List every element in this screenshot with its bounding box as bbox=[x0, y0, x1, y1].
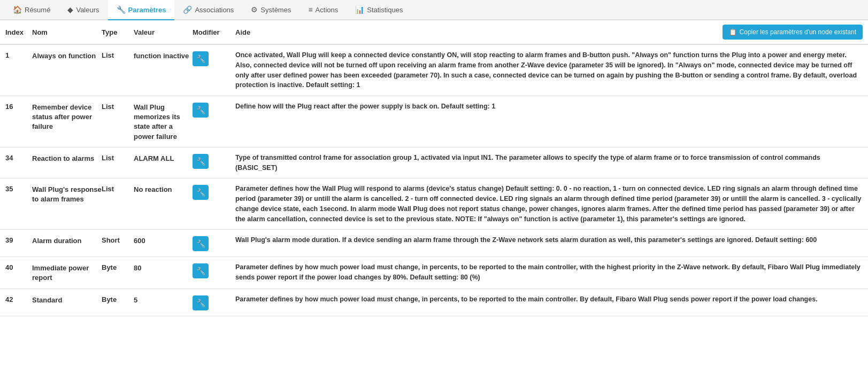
cell-nom: Alarm duration bbox=[32, 235, 102, 246]
cell-aide: Type of transmitted control frame for as… bbox=[235, 153, 863, 173]
cell-aide: Wall Plug's alarm mode duration. If a de… bbox=[235, 235, 863, 245]
valeurs-icon: ◆ bbox=[67, 5, 73, 14]
tab-parametres-label: Paramètres bbox=[128, 6, 166, 14]
cell-index: 39 bbox=[5, 235, 32, 244]
cell-type: List bbox=[102, 102, 134, 111]
tab-associations[interactable]: 🔗 Associations bbox=[174, 0, 242, 20]
header-aide: Aide bbox=[235, 28, 723, 36]
tab-valeurs-label: Valeurs bbox=[76, 6, 99, 14]
table-row: 42 Standard Byte 5 🔧 Parameter defines b… bbox=[0, 289, 868, 316]
header-valeur: Valeur bbox=[134, 28, 193, 36]
cell-index: 1 bbox=[5, 50, 32, 59]
cell-nom: Immediate power report bbox=[32, 262, 102, 283]
modify-button[interactable]: 🔧 bbox=[193, 263, 209, 278]
table-row: 40 Immediate power report Byte 80 🔧 Para… bbox=[0, 257, 868, 289]
modify-button[interactable]: 🔧 bbox=[193, 295, 209, 310]
tab-parametres[interactable]: 🔧 Paramètres bbox=[108, 0, 175, 20]
table-row: 39 Alarm duration Short 600 🔧 Wall Plug'… bbox=[0, 230, 868, 257]
cell-modifier: 🔧 bbox=[193, 294, 235, 310]
table-row: 34 Reaction to alarms List ALARM ALL 🔧 T… bbox=[0, 147, 868, 179]
cell-nom: Remember device status after power failu… bbox=[32, 102, 102, 132]
tab-associations-label: Associations bbox=[195, 6, 234, 14]
systemes-icon: ⚙ bbox=[251, 5, 258, 14]
tab-statistiques-label: Statistiques bbox=[367, 6, 403, 14]
modify-button[interactable]: 🔧 bbox=[193, 154, 209, 169]
resume-icon: 🏠 bbox=[13, 5, 22, 14]
cell-index: 35 bbox=[5, 184, 32, 193]
copy-button-label: Copier les paramètres d'un node existant bbox=[740, 28, 856, 36]
cell-nom: Wall Plug's response to alarm frames bbox=[32, 184, 102, 204]
cell-aide: Parameter defines how the Wall Plug will… bbox=[235, 184, 863, 224]
header-copy-area: 📋 Copier les paramètres d'un node exista… bbox=[723, 25, 863, 40]
cell-modifier: 🔧 bbox=[193, 262, 235, 278]
cell-index: 16 bbox=[5, 102, 32, 111]
cell-aide: Parameter defines by how much power load… bbox=[235, 262, 863, 283]
cell-index: 42 bbox=[5, 294, 32, 303]
cell-index: 40 bbox=[5, 262, 32, 271]
cell-valeur: 600 bbox=[134, 235, 193, 246]
modify-button[interactable]: 🔧 bbox=[193, 185, 209, 200]
header-modifier: Modifier bbox=[193, 28, 235, 36]
cell-type: List bbox=[102, 153, 134, 162]
cell-type: Short bbox=[102, 235, 134, 244]
cell-type: Byte bbox=[102, 294, 134, 303]
cell-nom: Always on function bbox=[32, 50, 102, 61]
tab-resume[interactable]: 🏠 Résumé bbox=[4, 0, 59, 20]
tab-actions[interactable]: ≡ Actions bbox=[299, 0, 347, 20]
tab-bar: 🏠 Résumé ◆ Valeurs 🔧 Paramètres 🔗 Associ… bbox=[0, 0, 868, 20]
cell-valeur: No reaction bbox=[134, 184, 193, 194]
cell-modifier: 🔧 bbox=[193, 102, 235, 118]
table-row: 1 Always on function List function inact… bbox=[0, 45, 868, 96]
tab-systemes-label: Systèmes bbox=[260, 6, 291, 14]
statistiques-icon: 📊 bbox=[355, 5, 364, 14]
cell-nom: Standard bbox=[32, 294, 102, 305]
copy-icon: 📋 bbox=[729, 28, 737, 36]
actions-icon: ≡ bbox=[308, 5, 312, 14]
table-body: 1 Always on function List function inact… bbox=[0, 45, 868, 316]
copy-params-button[interactable]: 📋 Copier les paramètres d'un node exista… bbox=[723, 25, 863, 40]
parametres-icon: 🔧 bbox=[117, 5, 126, 14]
cell-type: List bbox=[102, 184, 134, 193]
table-row: 16 Remember device status after power fa… bbox=[0, 96, 868, 147]
modify-button[interactable]: 🔧 bbox=[193, 236, 209, 251]
cell-modifier: 🔧 bbox=[193, 184, 235, 200]
modify-button[interactable]: 🔧 bbox=[193, 51, 209, 66]
tab-valeurs[interactable]: ◆ Valeurs bbox=[59, 0, 107, 20]
cell-valeur: 80 bbox=[134, 262, 193, 273]
associations-icon: 🔗 bbox=[183, 5, 192, 14]
tab-statistiques[interactable]: 📊 Statistiques bbox=[347, 0, 411, 20]
cell-valeur: function inactive bbox=[134, 50, 193, 61]
cell-valeur: 5 bbox=[134, 294, 193, 305]
cell-modifier: 🔧 bbox=[193, 153, 235, 169]
cell-nom: Reaction to alarms bbox=[32, 153, 102, 163]
cell-valeur: ALARM ALL bbox=[134, 153, 193, 163]
header-type: Type bbox=[102, 28, 134, 36]
cell-index: 34 bbox=[5, 153, 32, 162]
cell-modifier: 🔧 bbox=[193, 235, 235, 251]
tab-resume-label: Résumé bbox=[25, 6, 50, 14]
table-row: 35 Wall Plug's response to alarm frames … bbox=[0, 178, 868, 230]
header-nom: Nom bbox=[32, 28, 102, 36]
cell-aide: Define how will the Plug react after the… bbox=[235, 102, 863, 112]
cell-valeur: Wall Plug memorizes its state after a po… bbox=[134, 102, 193, 142]
cell-aide: Once activated, Wall Plug will keep a co… bbox=[235, 50, 863, 90]
cell-aide: Parameter defines by how much power load… bbox=[235, 294, 863, 305]
modify-button[interactable]: 🔧 bbox=[193, 103, 209, 118]
tab-systemes[interactable]: ⚙ Systèmes bbox=[242, 0, 299, 20]
header-index: Index bbox=[5, 28, 32, 36]
cell-type: List bbox=[102, 50, 134, 59]
cell-type: Byte bbox=[102, 262, 134, 271]
table-header: Index Nom Type Valeur Modifier Aide 📋 Co… bbox=[0, 20, 868, 45]
cell-modifier: 🔧 bbox=[193, 50, 235, 66]
tab-actions-label: Actions bbox=[316, 6, 339, 14]
